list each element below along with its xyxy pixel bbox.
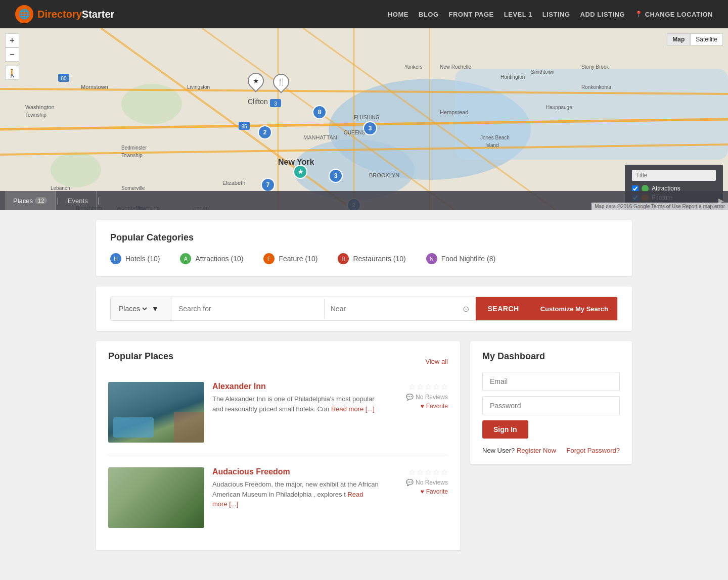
- svg-text:Livingston: Livingston: [187, 84, 210, 90]
- deck-element: [174, 412, 204, 443]
- read-more-alexander-inn[interactable]: Read more [...]: [331, 405, 375, 413]
- svg-text:Ronkonkoma: Ronkonkoma: [581, 84, 611, 90]
- map-tab-events[interactable]: Events: [60, 191, 97, 210]
- map-tab-places-count: 12: [35, 197, 47, 204]
- category-attractions[interactable]: A Attractions (10): [180, 253, 243, 264]
- map-person[interactable]: 🚶: [5, 66, 19, 80]
- place-image-audacious-freedom: [108, 467, 204, 528]
- map-zoom-in[interactable]: +: [5, 33, 19, 47]
- search-bar: Places Events ▼ ⊙ Search Customize My Se…: [110, 297, 618, 321]
- customize-search-button[interactable]: Customize My Search: [531, 297, 617, 320]
- map-marker-star-1[interactable]: ★: [248, 73, 264, 89]
- nav-add-listing[interactable]: ADD LISTING: [580, 11, 625, 18]
- forgot-password-link[interactable]: Forgot Password?: [567, 447, 620, 454]
- map-legend-search[interactable]: [632, 170, 716, 181]
- category-hotels-label: Hotels (10): [125, 255, 160, 263]
- nav-home[interactable]: HOME: [388, 11, 408, 18]
- map-type-satellite[interactable]: Satellite: [690, 33, 723, 45]
- heart-icon: ♥: [421, 403, 424, 410]
- popular-places-section: Popular Places View all Alexander Inn Th…: [96, 341, 460, 550]
- header: 🌐 DirectoryStarter HOME BLOG FRONT PAGE …: [0, 0, 728, 28]
- location-icon[interactable]: ⊙: [463, 304, 469, 314]
- place-image-alexander-inn: [108, 382, 204, 443]
- category-feature[interactable]: F Feature (10): [263, 253, 317, 264]
- comment-icon: 💬: [406, 394, 414, 401]
- sign-in-button[interactable]: Sign In: [482, 420, 528, 439]
- place-rating-audacious-freedom: ☆ ☆ ☆ ☆ ☆ 💬 No Reviews ♥ Favorite: [387, 467, 448, 528]
- nav-change-location[interactable]: CHANGE LOCATION: [635, 11, 713, 18]
- categories-list: H Hotels (10) A Attractions (10) F Featu…: [110, 253, 618, 264]
- popular-categories-title: Popular Categories: [110, 232, 618, 243]
- category-hotels[interactable]: H Hotels (10): [110, 253, 160, 264]
- register-now-link[interactable]: Register Now: [517, 447, 556, 454]
- category-food-nightlife[interactable]: N Food Nightlife (8): [426, 253, 495, 264]
- svg-text:Township: Township: [25, 112, 47, 118]
- map-copyright: Map data ©2016 Google Terms of Use Repor…: [592, 203, 728, 210]
- svg-text:QUEENS: QUEENS: [344, 130, 366, 135]
- map-tab-events-label: Events: [68, 197, 88, 205]
- svg-text:Somerville: Somerville: [121, 185, 145, 191]
- nav-level1[interactable]: LEVEL 1: [504, 11, 532, 18]
- map-marker-blue-2a[interactable]: 2: [258, 125, 272, 139]
- map-tab-divider: |: [56, 197, 60, 205]
- star-4: ☆: [433, 382, 440, 392]
- map-tab-places[interactable]: Places 12: [5, 191, 56, 210]
- map-background: Clifton New York MANHATTAN Elizabeth Lin…: [0, 28, 728, 210]
- search-bar-section: Places Events ▼ ⊙ Search Customize My Se…: [96, 286, 632, 331]
- favorite-alexander-inn[interactable]: ♥ Favorite: [421, 403, 448, 410]
- map-svg: Clifton New York MANHATTAN Elizabeth Lin…: [0, 28, 728, 210]
- category-hotels-icon: H: [110, 253, 121, 264]
- place-title-alexander-inn[interactable]: Alexander Inn: [212, 382, 379, 391]
- map-marker-blue-3a[interactable]: 3: [363, 121, 377, 135]
- search-type-select-wrap[interactable]: Places Events ▼: [111, 297, 171, 320]
- view-all-link[interactable]: View all: [425, 358, 448, 365]
- password-field[interactable]: [482, 396, 620, 415]
- svg-text:Township: Township: [121, 153, 143, 158]
- svg-text:3: 3: [274, 101, 277, 107]
- svg-text:Morristown: Morristown: [81, 84, 108, 90]
- map-marker-blue-7[interactable]: 7: [261, 178, 275, 192]
- nav-front-page[interactable]: FRONT PAGE: [449, 11, 494, 18]
- svg-text:FLUSHING: FLUSHING: [354, 115, 380, 120]
- map-container: Clifton New York MANHATTAN Elizabeth Lin…: [0, 28, 728, 210]
- svg-text:Hauppauge: Hauppauge: [546, 105, 572, 110]
- svg-text:MANHATTAN: MANHATTAN: [303, 134, 337, 140]
- nav-blog[interactable]: BLOG: [419, 11, 439, 18]
- search-for-input[interactable]: [171, 299, 325, 319]
- logo-text-bold: Directory: [37, 9, 82, 20]
- dashboard-title: My Dashboard: [482, 351, 620, 362]
- map-marker-blue-8[interactable]: 8: [312, 105, 327, 119]
- map-marker-blue-3b[interactable]: 3: [329, 169, 343, 183]
- comment-icon-af: 💬: [406, 479, 414, 486]
- search-type-dropdown[interactable]: Places Events: [117, 304, 149, 313]
- category-restaurants[interactable]: R Restaurants (10): [338, 253, 405, 264]
- category-feature-label: Feature (10): [279, 255, 317, 263]
- star-af-3: ☆: [425, 467, 432, 477]
- logo[interactable]: 🌐 DirectoryStarter: [15, 5, 114, 23]
- map-marker-teal[interactable]: ★: [293, 165, 307, 179]
- star-3: ☆: [425, 382, 432, 392]
- map-zoom-out[interactable]: −: [5, 47, 19, 62]
- favorite-audacious-freedom[interactable]: ♥ Favorite: [421, 488, 448, 495]
- map-marker-food[interactable]: 🍴: [273, 74, 289, 90]
- star-af-1: ☆: [408, 467, 416, 477]
- popular-categories-section: Popular Categories H Hotels (10) A Attra…: [96, 220, 632, 276]
- category-food-nightlife-icon: N: [426, 253, 437, 264]
- svg-text:Hempstead: Hempstead: [440, 109, 468, 115]
- map-type-map[interactable]: Map: [667, 33, 690, 45]
- email-field[interactable]: [482, 372, 620, 391]
- svg-text:95: 95: [241, 124, 247, 129]
- svg-text:80: 80: [61, 76, 67, 81]
- place-title-audacious-freedom[interactable]: Audacious Freedom: [212, 467, 379, 476]
- near-input[interactable]: [331, 305, 459, 313]
- svg-text:Clifton: Clifton: [248, 98, 268, 106]
- search-button[interactable]: Search: [476, 297, 531, 320]
- nav-listing[interactable]: LISTING: [542, 11, 570, 18]
- svg-text:Bedminster: Bedminster: [121, 145, 147, 151]
- dashboard-links: New User? Register Now Forgot Password?: [482, 447, 620, 454]
- map-tab-places-label: Places: [13, 197, 33, 205]
- near-input-wrap: ⊙: [325, 304, 476, 314]
- logo-text: DirectoryStarter: [37, 9, 114, 20]
- main-nav: HOME BLOG FRONT PAGE LEVEL 1 LISTING ADD…: [388, 11, 713, 18]
- main-content: Popular Categories H Hotels (10) A Attra…: [86, 220, 642, 550]
